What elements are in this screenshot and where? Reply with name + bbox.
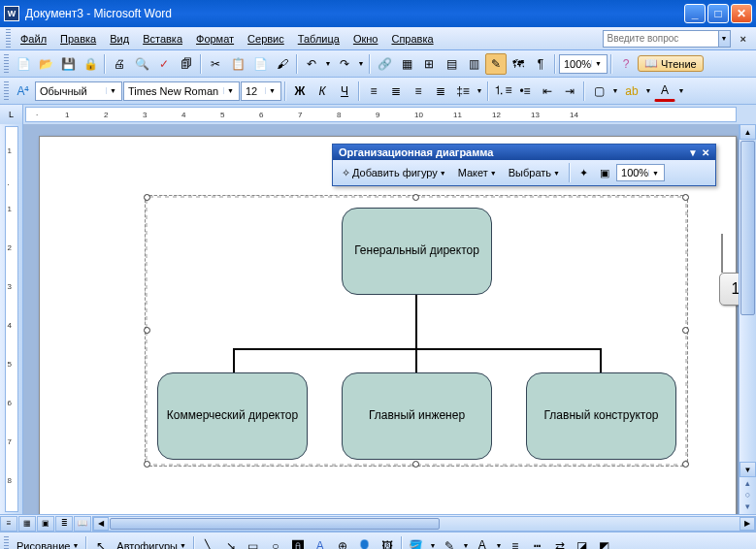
research-button[interactable]: 🗐 (176, 53, 197, 75)
justify-button[interactable]: ≣ (430, 81, 451, 102)
node-child1[interactable]: Коммерческий директор (157, 372, 308, 460)
excel-button[interactable]: ▤ (441, 53, 462, 75)
orgchart-toolbar-drop[interactable]: ▼ (688, 147, 698, 158)
bold-button[interactable]: Ж (289, 81, 311, 102)
page-viewport[interactable]: Организационная диаграмма ▼✕ ✧ Добавить … (23, 124, 756, 514)
insert-table-button[interactable]: ⊞ (418, 53, 440, 75)
highlight-dropdown[interactable]: ▼ (643, 87, 653, 94)
scroll-left-button[interactable]: ◀ (93, 517, 109, 531)
menu-edit[interactable]: Правка (53, 30, 103, 48)
redo-button[interactable]: ↷ (334, 53, 355, 75)
line-color-button[interactable]: ✎ (439, 535, 460, 550)
arrow-button[interactable]: ↘ (220, 535, 242, 550)
columns-button[interactable]: ▥ (463, 53, 484, 75)
autoshapes-menu[interactable]: Автофигуры ▼ (113, 540, 190, 550)
line-button[interactable]: ╲ (198, 535, 219, 550)
align-left-button[interactable]: ≡ (363, 81, 384, 102)
styles-pane-button[interactable]: A⁴ (13, 81, 34, 102)
align-center-button[interactable]: ≣ (385, 81, 407, 102)
3d-button[interactable]: ◩ (594, 535, 615, 550)
drawing-button[interactable]: ✎ (485, 53, 507, 75)
fontcolor-draw-button[interactable]: A (472, 535, 493, 550)
toolbar-handle[interactable] (6, 29, 11, 48)
bullet-list-button[interactable]: •≡ (514, 81, 536, 102)
orgchart-toolbar-title[interactable]: Организационная диаграмма ▼✕ (333, 145, 715, 160)
vertical-scrollbar[interactable]: ▲ ▼ ▴ ○ ▾ (739, 124, 756, 514)
node-child2[interactable]: Главный инженер (342, 372, 492, 460)
help-button[interactable]: ? (615, 53, 637, 75)
increase-indent-button[interactable]: ⇥ (559, 81, 580, 102)
decrease-indent-button[interactable]: ⇤ (537, 81, 558, 102)
font-color-dropdown[interactable]: ▼ (676, 87, 686, 94)
shadow-button[interactable]: ◪ (572, 535, 593, 550)
fill-color-button[interactable]: 🪣 (406, 535, 427, 550)
node-root[interactable]: Генеральный директор (342, 208, 492, 295)
toolbar-handle[interactable] (4, 81, 9, 101)
horizontal-ruler[interactable]: ·1 23 45 67 89 1011 1213 14 (25, 107, 737, 122)
add-shape-button[interactable]: ✧ Добавить фигуру ▼ (337, 165, 451, 181)
highlight-button[interactable]: ab (621, 81, 642, 102)
hscroll-thumb[interactable] (110, 518, 440, 530)
minimize-button[interactable]: _ (684, 4, 706, 23)
open-button[interactable]: 📂 (35, 53, 56, 75)
diagram-button[interactable]: ⊕ (332, 535, 353, 550)
doc-close-button[interactable]: × (737, 33, 750, 45)
border-button[interactable]: ▢ (588, 81, 609, 102)
wordart-button[interactable]: A (310, 535, 331, 550)
help-search-input[interactable] (603, 30, 719, 48)
fontsize-combo[interactable]: 12▼ (241, 81, 281, 101)
oval-button[interactable]: ○ (265, 535, 286, 550)
permissions-button[interactable]: 🔒 (80, 53, 101, 75)
view-print-button[interactable]: ▣ (37, 516, 54, 532)
menu-insert[interactable]: Вставка (136, 30, 189, 48)
view-normal-button[interactable]: ≡ (0, 516, 17, 532)
linecolor-dropdown[interactable]: ▼ (461, 542, 471, 549)
picture-button[interactable]: 🖼 (377, 535, 398, 550)
orgchart-canvas[interactable]: Генеральный директор Коммерческий директ… (148, 198, 685, 464)
scroll-thumb[interactable] (740, 141, 755, 315)
menu-window[interactable]: Окно (346, 30, 385, 48)
layout-button[interactable]: Макет ▼ (453, 165, 502, 180)
undo-button[interactable]: ↶ (301, 53, 322, 75)
scroll-up-button[interactable]: ▲ (740, 124, 756, 140)
maximize-button[interactable]: □ (707, 4, 729, 23)
copy-button[interactable]: 📋 (227, 53, 248, 75)
zoom-combo[interactable]: 100%▼ (559, 54, 608, 74)
browse-object-button[interactable]: ○ (740, 489, 756, 501)
fontcolor-draw-dropdown[interactable]: ▼ (494, 542, 504, 549)
rect-button[interactable]: ▭ (243, 535, 264, 550)
paste-button[interactable]: 📄 (249, 53, 271, 75)
line-weight-button[interactable]: ≡ (505, 535, 526, 550)
view-outline-button[interactable]: ≣ (55, 516, 73, 532)
format-painter[interactable]: 🖌 (272, 53, 293, 75)
view-reading-button[interactable]: 📖 (74, 516, 91, 532)
orgchart-frame[interactable]: Генеральный директор Коммерческий директ… (145, 195, 688, 467)
ruler-corner[interactable]: L (0, 105, 23, 124)
reading-mode-button[interactable]: 📖 Чтение (638, 55, 704, 72)
hyperlink-button[interactable]: 🔗 (374, 53, 395, 75)
line-spacing-dropdown[interactable]: ▼ (475, 87, 484, 94)
menu-format[interactable]: Формат (189, 30, 241, 48)
underline-button[interactable]: Ч (334, 81, 355, 102)
drawing-menu[interactable]: Рисование ▼ (13, 540, 82, 550)
clipart-button[interactable]: 👤 (354, 535, 376, 550)
help-search-dropdown[interactable]: ▼ (719, 30, 731, 48)
node-child3[interactable]: Главный конструктор (526, 372, 676, 460)
docmap-button[interactable]: 🗺 (508, 53, 529, 75)
menu-help[interactable]: Справка (384, 30, 440, 48)
numbered-list-button[interactable]: ⒈≡ (492, 81, 513, 102)
new-button[interactable]: 📄 (13, 53, 34, 75)
orgchart-toolbar-close[interactable]: ✕ (702, 147, 709, 158)
select-button[interactable]: Выбрать ▼ (504, 165, 565, 180)
menu-tools[interactable]: Сервис (241, 30, 291, 48)
menu-view[interactable]: Вид (103, 30, 136, 48)
vertical-ruler[interactable]: 1· 12 34 56 78 (5, 126, 18, 512)
horizontal-scrollbar[interactable]: ◀ ▶ (92, 516, 756, 532)
textwrap-button[interactable]: ▣ (595, 165, 614, 181)
tables-borders-button[interactable]: ▦ (396, 53, 417, 75)
style-combo[interactable]: Обычный▼ (35, 81, 122, 101)
arrow-style-button[interactable]: ⇄ (549, 535, 571, 550)
scroll-down-button[interactable]: ▼ (740, 462, 756, 477)
line-spacing-button[interactable]: ‡≡ (452, 81, 474, 102)
undo-dropdown[interactable]: ▼ (323, 60, 333, 67)
